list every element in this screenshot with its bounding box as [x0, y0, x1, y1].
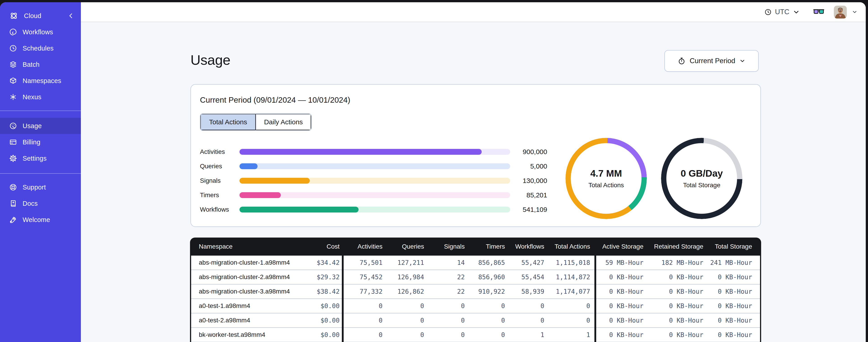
sidebar-logo[interactable]: Cloud — [0, 8, 81, 24]
cell-queries: 126,862 — [382, 288, 424, 295]
sidebar-item-schedules[interactable]: Schedules — [0, 40, 81, 57]
sidebar-item-label: Welcome — [23, 216, 50, 224]
cell-timers: 0 — [465, 317, 505, 324]
usage-summary-card: Current Period (09/01/2024 — 10/01/2024)… — [190, 84, 761, 227]
cell-queries: 0 — [382, 302, 424, 310]
bar-fill — [240, 192, 281, 198]
bar-value: 900,000 — [523, 148, 547, 156]
cell-cost: $29.32 — [295, 273, 340, 281]
cell-total_actions: 0 — [544, 317, 590, 324]
cell-signals: 0 — [424, 317, 465, 324]
sidebar-item-docs[interactable]: Docs — [0, 195, 81, 212]
bar-track — [240, 163, 510, 169]
usage-icon — [9, 122, 17, 130]
cell-signals: 0 — [424, 302, 465, 310]
bar-fill — [240, 163, 257, 169]
sidebar-item-nexus[interactable]: Nexus — [0, 89, 81, 105]
billing-icon — [9, 138, 17, 146]
column-header-active_storage: Active Storage — [596, 243, 644, 250]
period-dropdown-button[interactable]: Current Period — [664, 50, 758, 72]
sidebar-item-settings[interactable]: Settings — [0, 150, 81, 167]
chevron-left-icon[interactable] — [67, 12, 75, 20]
tab-total-actions[interactable]: Total Actions — [200, 114, 256, 130]
cell-activities: 75,452 — [344, 273, 382, 281]
cell-namespace: bk-worker-test.a98mm4 — [191, 331, 295, 338]
namespace-link[interactable]: abs-migration-cluster-3.a98mm4 — [199, 288, 290, 295]
cell-queries: 0 — [382, 331, 424, 339]
namespace-link[interactable]: abs-migration-cluster-2.a98mm4 — [199, 273, 290, 280]
cell-retained_storage: 0 KB-Hour — [644, 317, 703, 324]
bar-fill — [240, 178, 310, 184]
sidebar-item-label: Docs — [23, 200, 38, 207]
cell-queries: 126,984 — [382, 273, 424, 281]
cell-signals: 22 — [424, 273, 465, 281]
chevron-down-icon[interactable] — [852, 9, 858, 15]
namespace-link[interactable]: abs-migration-cluster-1.a98mm4 — [199, 259, 290, 266]
cell-active_storage: 0 KB-Hour — [596, 331, 644, 339]
cell-active_storage: 59 MB-Hour — [596, 259, 644, 266]
sidebar-item-namespaces[interactable]: Namespaces — [0, 73, 81, 89]
cell-timers: 0 — [465, 302, 505, 310]
chevron-down-icon — [739, 58, 746, 64]
table-row: abs-migration-cluster-1.a98mm4$34.4275,5… — [191, 255, 760, 270]
sidebar-divider — [0, 110, 81, 111]
actions-bar-chart: Activities900,000Queries5,000Signals130,… — [200, 145, 547, 217]
batch-icon — [9, 61, 17, 69]
cell-total_actions: 1,115,018 — [544, 259, 590, 266]
bar-row-timers: Timers85,201 — [200, 188, 547, 202]
bar-label: Workflows — [200, 206, 240, 213]
sidebar-item-label: Settings — [23, 155, 46, 162]
bar-fill — [240, 207, 359, 212]
namespace-link[interactable]: bk-worker-test.a98mm4 — [199, 331, 265, 338]
glasses-icon[interactable] — [813, 8, 825, 16]
total-storage-donut: 0 GB/DayTotal Storage — [661, 138, 742, 219]
column-header-retained_storage: Retained Storage — [644, 243, 703, 250]
donut-sublabel: Total Actions — [588, 181, 624, 189]
bar-row-queries: Queries5,000 — [200, 159, 547, 173]
namespace-usage-table: NamespaceCostActivitiesQueriesSignalsTim… — [190, 238, 761, 342]
page-content: Usage Current Period Current Period (09/… — [81, 22, 866, 342]
column-header-timers: Timers — [465, 243, 505, 250]
cell-total_actions: 0 — [544, 302, 590, 310]
sidebar-item-billing[interactable]: Billing — [0, 134, 81, 150]
cell-cost: $34.42 — [295, 259, 340, 266]
tab-daily-actions[interactable]: Daily Actions — [256, 114, 311, 130]
stopwatch-icon — [678, 57, 686, 65]
card-title: Current Period (09/01/2024 — 10/01/2024) — [200, 95, 350, 104]
cell-activities: 0 — [344, 302, 382, 310]
sidebar-item-usage[interactable]: Usage — [0, 118, 81, 134]
cell-workflows: 0 — [505, 317, 544, 324]
table-row: abs-migration-cluster-3.a98mm4$38.4277,3… — [191, 284, 760, 299]
sidebar-item-support[interactable]: Support — [0, 179, 81, 195]
welcome-icon — [9, 216, 17, 224]
sidebar-item-batch[interactable]: Batch — [0, 57, 81, 73]
sidebar-logo-label: Cloud — [24, 12, 41, 20]
app-window: Cloud WorkflowsSchedulesBatchNamespacesN… — [0, 2, 866, 342]
workflows-icon — [9, 28, 17, 36]
cell-cost: $0.00 — [295, 331, 340, 339]
table-row: abs-migration-cluster-2.a98mm4$29.3275,4… — [191, 270, 760, 284]
cell-total_storage: 0 KB-Hour — [703, 288, 752, 295]
cell-namespace: a0-test-2.a98mm4 — [191, 317, 295, 324]
cell-signals: 22 — [424, 288, 465, 295]
bar-track — [240, 178, 510, 184]
timezone-selector[interactable]: UTC — [764, 8, 800, 16]
cell-namespace: abs-migration-cluster-1.a98mm4 — [191, 259, 295, 266]
namespace-link[interactable]: a0-test-1.a98mm4 — [199, 302, 250, 309]
cell-total_actions: 1,114,872 — [544, 273, 590, 281]
timezone-label: UTC — [775, 8, 789, 16]
clock-icon — [764, 8, 772, 16]
column-header-total_storage: Total Storage — [703, 243, 752, 250]
avatar[interactable] — [834, 6, 847, 19]
cell-total_storage: 241 MB-Hour — [703, 259, 752, 266]
cell-retained_storage: 0 KB-Hour — [644, 302, 703, 310]
sidebar-item-welcome[interactable]: Welcome — [0, 212, 81, 228]
cell-signals: 14 — [424, 259, 465, 266]
column-header-namespace: Namespace — [191, 243, 295, 250]
page-title: Usage — [190, 52, 230, 68]
sidebar-item-label: Schedules — [23, 45, 54, 52]
column-header-cost: Cost — [295, 243, 340, 250]
cell-timers: 856,865 — [465, 259, 505, 266]
sidebar-item-workflows[interactable]: Workflows — [0, 24, 81, 40]
namespace-link[interactable]: a0-test-2.a98mm4 — [199, 317, 250, 324]
